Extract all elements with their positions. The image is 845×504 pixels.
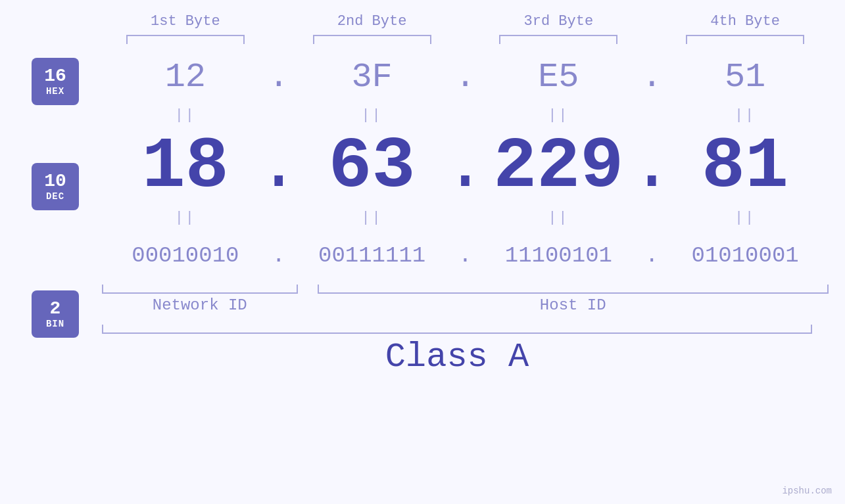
eq-4: ||: [662, 107, 829, 124]
byte4-label: 4th Byte: [710, 13, 780, 30]
class-label: Class A: [102, 338, 812, 377]
dec-val-2: 63: [329, 126, 416, 208]
hex-row: 12 . 3F . E5 . 51: [102, 51, 845, 103]
byte3-bracket-top: [499, 35, 617, 44]
equals-row-1: || || || ||: [102, 103, 845, 127]
bin-dot-3: .: [642, 243, 662, 268]
bin-badge-num: 2: [50, 299, 61, 319]
hex-val-3: E5: [538, 58, 579, 97]
dec-dot-2: .: [456, 126, 475, 208]
bin-val-1-cell: 00010010: [102, 243, 269, 268]
bin-val-2-cell: 00111111: [289, 243, 456, 268]
dec-val-1: 18: [142, 126, 229, 208]
dec-val-3-cell: 229: [475, 126, 642, 208]
bracket-bottom-row: [102, 285, 845, 294]
eq-3: ||: [475, 107, 642, 124]
bin-val-2: 00111111: [318, 243, 425, 268]
eq-2: ||: [289, 107, 456, 124]
bin-val-1: 00010010: [132, 243, 239, 268]
eq-5: ||: [102, 210, 269, 226]
dec-dot-1: .: [269, 126, 289, 208]
bin-badge-label: BIN: [46, 319, 64, 329]
hex-val-1: 12: [165, 58, 206, 97]
hex-val-2-cell: 3F: [289, 58, 456, 97]
byte3-col-header: 3rd Byte: [475, 13, 642, 44]
byte1-bracket-top: [126, 35, 245, 44]
bin-val-3: 11100101: [505, 243, 612, 268]
host-id-label: Host ID: [318, 296, 829, 314]
bin-dot-2: .: [456, 243, 475, 268]
byte4-col-header: 4th Byte: [662, 13, 829, 44]
dec-val-1-cell: 18: [102, 126, 269, 208]
byte1-label: 1st Byte: [151, 13, 220, 30]
bin-row: 00010010 . 00111111 . 11100101 . 0101000…: [102, 229, 845, 282]
main-values-area: 12 . 3F . E5 . 51 || || || ||: [0, 44, 845, 282]
hex-val-4-cell: 51: [662, 58, 829, 97]
equals-row-2: || || || ||: [102, 206, 845, 229]
eq-1: ||: [102, 107, 269, 124]
id-label-row: Network ID Host ID: [102, 296, 845, 314]
class-area: Class A: [0, 325, 845, 377]
main-container: 1st Byte 2nd Byte 3rd Byte 4th Byte 16 H…: [0, 0, 845, 504]
byte3-label: 3rd Byte: [524, 13, 594, 30]
hex-val-2: 3F: [351, 58, 392, 97]
host-id-bracket: [318, 285, 829, 294]
bin-val-4: 01010001: [692, 243, 799, 268]
bin-dot-1: .: [269, 243, 289, 268]
dec-dot-3: .: [642, 126, 662, 208]
bin-badge: 2 BIN: [32, 290, 79, 338]
byte-headers: 1st Byte 2nd Byte 3rd Byte 4th Byte: [0, 13, 845, 44]
bottom-area: Network ID Host ID: [0, 285, 845, 314]
eq-7: ||: [475, 210, 642, 226]
hex-val-1-cell: 12: [102, 58, 269, 97]
network-id-label: Network ID: [102, 296, 298, 314]
dec-val-4-cell: 81: [662, 126, 829, 208]
hex-val-3-cell: E5: [475, 58, 642, 97]
byte1-col-header: 1st Byte: [102, 13, 269, 44]
hex-val-4: 51: [725, 58, 765, 97]
dec-val-3: 229: [493, 126, 623, 208]
byte4-bracket-top: [686, 35, 804, 44]
dec-row: 18 . 63 . 229 . 81: [102, 127, 845, 206]
hex-dot-1: .: [269, 58, 289, 97]
eq-8: ||: [662, 210, 829, 226]
bin-val-3-cell: 11100101: [475, 243, 642, 268]
class-bracket: [102, 325, 812, 334]
hex-dot-3: .: [642, 58, 662, 97]
byte2-col-header: 2nd Byte: [289, 13, 456, 44]
hex-dot-2: .: [456, 58, 475, 97]
watermark: ipshu.com: [782, 486, 832, 496]
dec-val-2-cell: 63: [289, 126, 456, 208]
network-id-bracket: [102, 285, 298, 294]
bin-val-4-cell: 01010001: [662, 243, 829, 268]
byte2-label: 2nd Byte: [337, 13, 407, 30]
dec-val-4: 81: [702, 126, 788, 208]
eq-6: ||: [289, 210, 456, 226]
byte2-bracket-top: [313, 35, 431, 44]
